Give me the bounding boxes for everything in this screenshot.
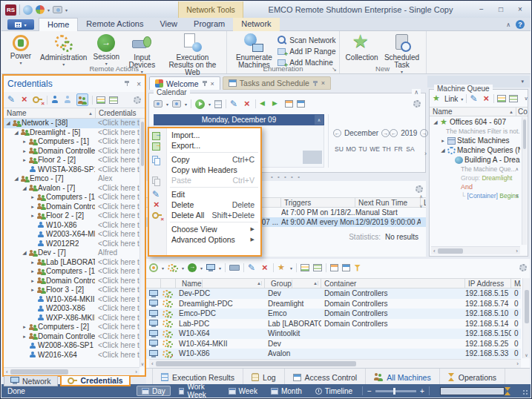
menu-item-copy[interactable]: Copy Ctrl+C bbox=[149, 154, 260, 165]
menu-item-edit[interactable]: Edit bbox=[149, 189, 260, 200]
credentials-cell[interactable]: <Click here to bbox=[95, 304, 139, 314]
menu-item-paste[interactable]: Paste Ctrl+V bbox=[149, 175, 260, 185]
scroll-down-icon[interactable]: ∨ bbox=[140, 361, 145, 366]
menu-item-import[interactable]: Import... bbox=[149, 130, 260, 140]
column-header-ip[interactable]: IP Address bbox=[465, 279, 511, 288]
gear-icon[interactable] bbox=[519, 264, 527, 271]
chevron-down-icon[interactable]: ∨ bbox=[516, 191, 519, 200]
ribbon-tab-remote-actions[interactable]: Remote Actions bbox=[78, 18, 151, 31]
column-header-group[interactable]: Group▲ bbox=[265, 279, 321, 288]
delete-icon[interactable] bbox=[243, 100, 252, 108]
credentials-cell[interactable]: <Click here t bbox=[95, 193, 139, 202]
input-devices-icon[interactable] bbox=[229, 265, 240, 271]
expander-icon[interactable]: ▸ bbox=[22, 323, 27, 332]
credentials-cell[interactable]: <Click here to bbox=[95, 323, 139, 332]
calendar-icon[interactable] bbox=[330, 264, 338, 271]
edit-icon[interactable] bbox=[470, 95, 479, 103]
previous-year-icon[interactable]: ← bbox=[390, 129, 398, 137]
credentials-cell[interactable]: Alfred bbox=[95, 248, 139, 258]
credentials-tree-row[interactable]: ◢ Dev - [7] Alfred bbox=[4, 248, 139, 258]
add-ip-range-button[interactable]: Add IP Range bbox=[278, 47, 335, 56]
credentials-cell[interactable]: <Click here to bbox=[95, 351, 139, 360]
resize-grip[interactable] bbox=[522, 389, 528, 395]
credentials-cell[interactable]: <Click here t bbox=[95, 165, 139, 175]
credentials-cell[interactable]: <Click here to bbox=[95, 286, 139, 295]
credentials-cell[interactable]: <Click here to bbox=[95, 258, 139, 268]
column-header-next-run[interactable]: Next Run Time bbox=[355, 198, 421, 207]
column-header-name[interactable]: Name▲ bbox=[176, 279, 265, 288]
machine-row[interactable]: W10-X64-MKII Dev 192.168.5.25 0 bbox=[146, 339, 521, 349]
snapshot-settings-icon[interactable] bbox=[172, 100, 181, 108]
dropdown-icon[interactable]: ▾ bbox=[182, 266, 184, 271]
expander-icon[interactable]: ◢ bbox=[22, 248, 27, 258]
scrollbar-thumb[interactable] bbox=[525, 290, 529, 323]
credentials-cell[interactable]: <Click here t bbox=[95, 202, 139, 212]
scrollbar-thumb[interactable] bbox=[523, 119, 526, 149]
expander-icon[interactable]: ▸ bbox=[30, 193, 36, 202]
ribbon-tab-program[interactable]: Program bbox=[185, 18, 233, 31]
dropdown-icon[interactable]: ▾ bbox=[166, 102, 168, 107]
credentials-tree-row[interactable]: WVISTA-X86-SP1 <Click here t bbox=[4, 165, 139, 175]
expander-icon[interactable]: ▸ bbox=[30, 267, 36, 277]
edit-icon[interactable] bbox=[248, 264, 257, 272]
screenshot-icon[interactable] bbox=[53, 6, 62, 13]
credentials-tree-row[interactable]: ▸ Domain Controll... <Click here to bbox=[4, 277, 139, 286]
panel-menu-dropdown-icon[interactable]: ▾ bbox=[521, 79, 524, 85]
expander-icon[interactable]: ▸ bbox=[22, 156, 27, 165]
delete-icon[interactable] bbox=[20, 96, 29, 104]
application-menu-button[interactable]: ▾ bbox=[7, 19, 34, 30]
credentials-tree-row[interactable]: ◢ Network - [38] <Click here t bbox=[4, 119, 139, 128]
delete-icon[interactable] bbox=[482, 95, 490, 103]
report-icon[interactable] bbox=[214, 100, 222, 108]
scroll-left-icon[interactable]: ‹ bbox=[149, 360, 156, 367]
credentials-tree-row[interactable]: W2016-X64 <Click here to bbox=[4, 351, 139, 360]
ribbon-tab-network[interactable]: Network bbox=[233, 18, 279, 31]
credentials-cell[interactable]: <Click here to bbox=[95, 295, 139, 305]
next-year-icon[interactable]: → bbox=[420, 129, 428, 137]
machine-queue-node[interactable]: ◢ Machine Queries (Net... bbox=[431, 145, 520, 155]
vertical-scrollbar[interactable]: ∨ bbox=[139, 119, 145, 367]
zoom-slider-thumb[interactable] bbox=[393, 388, 395, 395]
menu-item-delete-all[interactable]: Delete All Shift+Delete bbox=[149, 210, 260, 220]
column-header-mac[interactable]: MAC bbox=[511, 279, 521, 288]
credentials-tree-row[interactable]: W2008-X86-SP1 <Click here to bbox=[4, 341, 139, 351]
session-button[interactable]: Session ▾ bbox=[90, 33, 122, 67]
machine-row[interactable]: Dev-PDC Dev Domain Controllers 192.168.5… bbox=[146, 288, 521, 299]
credentials-tree-row[interactable]: ▸ Computers - [2] <Click here to bbox=[4, 323, 139, 332]
expander-icon[interactable]: ◢ bbox=[22, 184, 27, 194]
column-header-comment[interactable]: Co bbox=[516, 108, 528, 116]
schedule-icon[interactable] bbox=[342, 264, 350, 271]
filter-icon[interactable] bbox=[354, 265, 361, 271]
credentials-cell[interactable]: Alex bbox=[95, 174, 139, 184]
column-header-credentials[interactable]: Credentials bbox=[96, 108, 145, 118]
column-header-type[interactable] bbox=[161, 279, 176, 288]
help-button[interactable]: ? bbox=[516, 20, 525, 29]
machine-row[interactable]: Dreamlight-PDC Dreamlight Domain Control… bbox=[146, 299, 521, 309]
zoom-in-icon[interactable]: + bbox=[420, 387, 424, 395]
expand-panel-icon[interactable]: › bbox=[424, 150, 427, 157]
maximize-button[interactable]: □ bbox=[494, 4, 508, 15]
expander-icon[interactable]: ▸ bbox=[30, 202, 36, 212]
pin-icon[interactable] bbox=[312, 80, 318, 87]
ribbon-tab-view[interactable]: View bbox=[151, 18, 185, 31]
machine-row[interactable]: W10-X86 Avalon 192.168.5.33 0 bbox=[146, 349, 521, 359]
column-header-triggers[interactable]: Triggers bbox=[281, 198, 355, 207]
mini-scroll-icons[interactable]: ∧ ∨ bbox=[418, 192, 424, 211]
close-panel-icon[interactable]: × bbox=[137, 80, 141, 88]
side-panel-tab-credentials[interactable]: Credentials bbox=[60, 376, 131, 386]
expander-icon[interactable]: ▸ bbox=[22, 137, 27, 147]
administration-actions-icon[interactable] bbox=[168, 264, 178, 272]
credentials-tree-row[interactable]: ▸ Computers - [1] <Click here t bbox=[4, 193, 139, 202]
bottom-tab-access-control[interactable]: Access Control bbox=[285, 369, 367, 386]
view-button-day[interactable]: Day bbox=[137, 386, 171, 396]
theme-dropdown-icon[interactable]: ▾ bbox=[47, 8, 50, 13]
network-globe-icon[interactable] bbox=[23, 5, 33, 15]
horizontal-scrollbar[interactable]: ‹ › bbox=[431, 246, 520, 254]
dropdown-icon[interactable]: ▾ bbox=[219, 266, 221, 271]
edit-icon[interactable] bbox=[7, 96, 16, 104]
credentials-tree-row[interactable]: ▸ Computers - [1] <Click here to bbox=[4, 267, 139, 277]
close-tab-icon[interactable]: × bbox=[211, 80, 214, 88]
credentials-cell[interactable]: <Click here t bbox=[95, 156, 139, 165]
scrollbar-thumb[interactable] bbox=[10, 369, 68, 375]
menu-item-choose-view[interactable]: Choose View ▶ bbox=[149, 224, 260, 234]
